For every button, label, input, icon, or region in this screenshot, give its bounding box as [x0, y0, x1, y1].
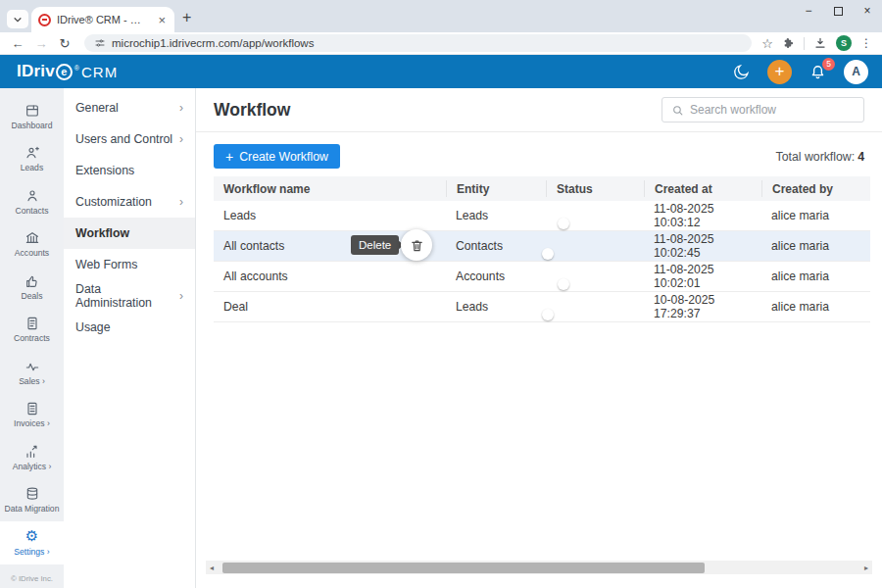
- site-settings-icon[interactable]: [94, 37, 106, 49]
- browser-toolbar: ← → ↻ microchip1.idrivecrm.com/app/workf…: [0, 32, 882, 55]
- sidebar-item-label: Dashboard: [11, 122, 52, 130]
- dark-mode-moon-icon[interactable]: [732, 63, 751, 81]
- browser-profile-avatar[interactable]: S: [836, 35, 852, 51]
- search-input[interactable]: [690, 103, 855, 117]
- menu-item-usage[interactable]: Usage: [64, 312, 195, 343]
- page-titlebar: Workflow: [196, 88, 882, 132]
- menu-item-label: Extensions: [75, 164, 134, 177]
- sidebar-item-label: Settings ›: [14, 548, 49, 557]
- table-row[interactable]: All contactsContacts11-08-2025 10:02:45a…: [214, 231, 870, 262]
- table-row[interactable]: All accountsAccounts11-08-2025 10:02:01a…: [214, 262, 870, 292]
- cell-created: 11-08-2025 10:02:01: [644, 263, 761, 290]
- browser-tabstrip: IDrive® CRM - Workflow × + − ×: [0, 0, 882, 32]
- menu-item-data-administration[interactable]: Data Administration›: [64, 280, 195, 312]
- sidebar-item-contracts[interactable]: Contracts: [0, 309, 64, 352]
- cell-created: 11-08-2025 10:02:45: [644, 232, 761, 260]
- sidebar-item-data-migration[interactable]: Data Migration: [0, 479, 64, 522]
- back-button[interactable]: ←: [8, 36, 27, 51]
- sidebar-item-label: Contacts: [16, 207, 49, 216]
- toolbar-divider: [804, 37, 805, 50]
- url-bar[interactable]: microchip1.idrivecrm.com/app/workflows: [84, 34, 752, 52]
- notification-count-badge: 5: [822, 58, 835, 71]
- menu-item-label: Users and Control: [75, 132, 172, 146]
- workflow-table: Workflow nameEntityStatusCreated atCreat…: [214, 176, 870, 322]
- cell-name: Leads: [214, 209, 446, 222]
- tab-title: IDrive® CRM - Workflow: [57, 14, 150, 25]
- sales-icon: [24, 359, 40, 374]
- tab-close-icon[interactable]: ×: [156, 13, 168, 27]
- reload-button[interactable]: ↻: [55, 36, 74, 51]
- cell-entity: Contacts: [446, 239, 546, 253]
- column-header-created-at: Created at: [644, 180, 761, 197]
- menu-item-general[interactable]: General›: [64, 92, 195, 123]
- main-content: Workflow + Create Workflow Total workflo…: [196, 88, 882, 588]
- sidebar-item-label: Analytics ›: [13, 463, 52, 471]
- menu-item-web-forms[interactable]: Web Forms: [64, 249, 195, 280]
- sidebar-item-invoices[interactable]: Invoices ›: [0, 394, 64, 437]
- menu-item-customization[interactable]: Customization›: [64, 186, 195, 218]
- menu-item-workflow[interactable]: Workflow: [64, 218, 195, 249]
- table-row[interactable]: DealLeads10-08-2025 17:29:37alice maria: [214, 292, 870, 322]
- table-row[interactable]: LeadsLeads11-08-2025 10:03:12alice maria: [214, 201, 870, 231]
- extensions-puzzle-icon[interactable]: [782, 37, 795, 50]
- chevron-down-icon: [13, 15, 23, 24]
- sidebar-item-leads[interactable]: Leads: [0, 138, 64, 181]
- sidebar-item-label: Invoices ›: [14, 419, 50, 428]
- user-avatar[interactable]: A: [844, 60, 868, 84]
- search-box[interactable]: [662, 97, 864, 122]
- sidebar-item-label: Data Migration: [5, 505, 60, 514]
- header-actions: + 5 A: [732, 60, 868, 84]
- menu-item-label: Workflow: [75, 226, 129, 240]
- total-value: 4: [858, 150, 864, 164]
- cell-created: 10-08-2025 17:29:37: [644, 293, 761, 320]
- cell-name: All accounts: [214, 270, 446, 283]
- sidebar-item-contacts[interactable]: Contacts: [0, 180, 64, 223]
- new-tab-button[interactable]: +: [182, 9, 191, 26]
- close-button[interactable]: ×: [853, 0, 882, 22]
- forward-button[interactable]: →: [31, 36, 51, 51]
- tab-search-button[interactable]: [7, 10, 28, 28]
- logo-registered-mark: ®: [74, 65, 79, 72]
- cell-by: alice maria: [761, 270, 870, 283]
- scroll-right-icon[interactable]: ▸: [862, 564, 870, 572]
- cell-created: 11-08-2025 10:03:12: [644, 202, 761, 229]
- notifications-button[interactable]: 5: [808, 63, 827, 81]
- create-workflow-button[interactable]: + Create Workflow: [214, 144, 340, 169]
- window-controls: − ×: [794, 0, 882, 22]
- minimize-button[interactable]: −: [794, 0, 823, 22]
- menu-item-extensions[interactable]: Extensions: [64, 155, 195, 186]
- sidebar-item-dashboard[interactable]: Dashboard: [0, 95, 64, 138]
- invoices-icon: [24, 401, 40, 416]
- page-title: Workflow: [214, 100, 290, 121]
- url-text: microchip1.idrivecrm.com/app/workflows: [112, 37, 314, 49]
- browser-menu-icon[interactable]: ⋮: [860, 36, 872, 50]
- column-header-workflow-name: Workflow name: [214, 180, 446, 197]
- bookmark-star-icon[interactable]: ☆: [761, 36, 773, 51]
- sidebar-item-accounts[interactable]: Accounts: [0, 223, 64, 267]
- idrive-crm-logo: IDriv e ® CRM: [17, 62, 118, 81]
- download-icon[interactable]: [813, 36, 827, 50]
- delete-row-button[interactable]: [401, 229, 432, 261]
- scrollbar-thumb[interactable]: [222, 563, 705, 573]
- scroll-left-icon[interactable]: ◂: [208, 564, 216, 572]
- cell-by: alice maria: [761, 300, 870, 314]
- browser-tab[interactable]: IDrive® CRM - Workflow ×: [31, 7, 174, 32]
- copyright: © IDrive Inc.: [0, 574, 64, 583]
- search-icon: [671, 104, 684, 117]
- column-header-entity: Entity: [446, 180, 546, 197]
- sidebar-item-analytics[interactable]: Analytics ›: [0, 436, 64, 479]
- menu-item-users-and-control[interactable]: Users and Control›: [64, 123, 195, 155]
- toolbar-actions: ☆ S ⋮: [761, 35, 874, 51]
- cell-entity: Leads: [446, 300, 546, 314]
- gear-icon: ⚙: [24, 529, 40, 545]
- menu-item-label: Data Administration: [75, 282, 179, 310]
- cell-by: alice maria: [761, 239, 870, 253]
- maximize-button[interactable]: [823, 0, 853, 22]
- cell-by: alice maria: [761, 209, 870, 222]
- quick-add-button[interactable]: +: [767, 60, 792, 84]
- sidebar-item-settings[interactable]: ⚙Settings ›: [0, 521, 64, 564]
- sidebar-item-sales[interactable]: Sales ›: [0, 351, 64, 394]
- sidebar-item-deals[interactable]: Deals: [0, 266, 64, 309]
- horizontal-scrollbar[interactable]: ◂ ▸: [206, 561, 872, 574]
- chevron-right-icon: ›: [179, 101, 183, 115]
